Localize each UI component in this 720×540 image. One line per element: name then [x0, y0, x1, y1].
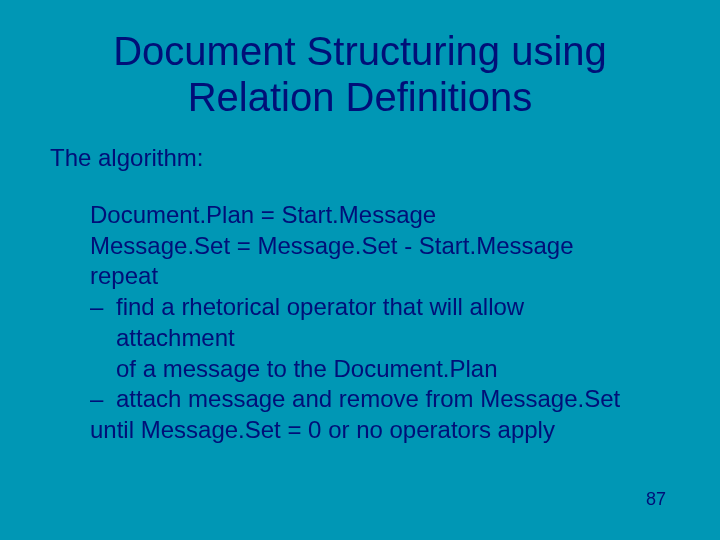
- algo-line-6: until Message.Set = 0 or no operators ap…: [90, 415, 640, 446]
- algo-line-2: Message.Set = Message.Set - Start.Messag…: [90, 231, 640, 262]
- title-line-2: Relation Definitions: [188, 75, 533, 119]
- algo-line-4b: of a message to the Document.Plan: [90, 354, 640, 385]
- slide-title: Document Structuring using Relation Defi…: [60, 28, 660, 120]
- dash-bullet: –: [90, 292, 116, 353]
- algorithm-body: Document.Plan = Start.Message Message.Se…: [90, 200, 640, 446]
- algo-line-4: – find a rhetorical operator that will a…: [90, 292, 640, 353]
- algo-line-3: repeat: [90, 261, 640, 292]
- algo-line-5-text: attach message and remove from Message.S…: [116, 384, 640, 415]
- dash-bullet: –: [90, 384, 116, 415]
- title-line-1: Document Structuring using: [113, 29, 607, 73]
- slide: Document Structuring using Relation Defi…: [0, 0, 720, 540]
- algo-line-5: – attach message and remove from Message…: [90, 384, 640, 415]
- subheading: The algorithm:: [50, 144, 660, 172]
- slide-number: 87: [646, 489, 666, 510]
- algo-line-1: Document.Plan = Start.Message: [90, 200, 640, 231]
- algo-line-4a: find a rhetorical operator that will all…: [116, 292, 640, 353]
